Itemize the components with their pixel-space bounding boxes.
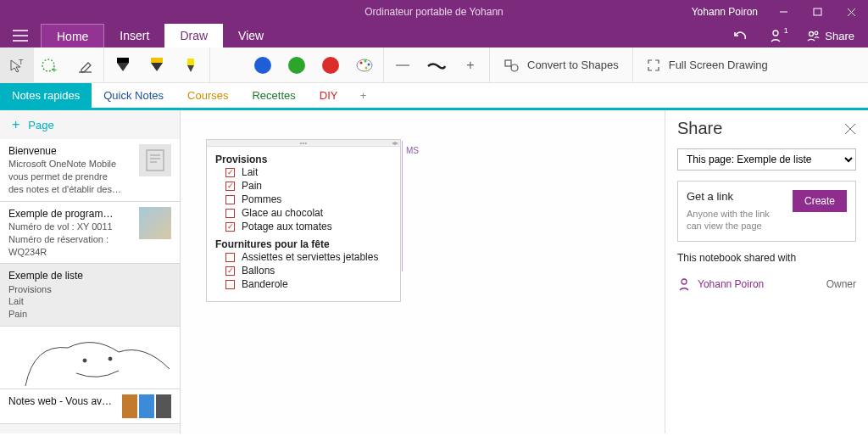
add-stroke[interactable]: + bbox=[453, 48, 487, 83]
section-recettes[interactable]: Recettes bbox=[240, 83, 307, 108]
checklist-item[interactable]: ✓Pain bbox=[215, 179, 392, 193]
create-link-button[interactable]: Create bbox=[793, 190, 847, 212]
checklist-label: Pain bbox=[242, 180, 262, 192]
share-scope-select[interactable]: This page: Exemple de liste bbox=[677, 148, 856, 170]
close-share-icon[interactable] bbox=[844, 123, 856, 135]
section-notes-rapides[interactable]: Notes rapides bbox=[0, 83, 92, 108]
close-button[interactable] bbox=[834, 0, 868, 24]
text-cursor-tool[interactable]: T bbox=[0, 48, 34, 83]
svg-point-20 bbox=[511, 64, 518, 71]
checklist-item[interactable]: ✓Ballons bbox=[215, 264, 392, 277]
checkbox-icon[interactable] bbox=[225, 209, 235, 218]
tab-draw[interactable]: Draw bbox=[164, 24, 223, 48]
color-blue[interactable] bbox=[246, 48, 280, 83]
shared-with-label: This notebook shared with bbox=[677, 252, 856, 264]
add-section-button[interactable]: + bbox=[349, 83, 376, 108]
pen-black[interactable] bbox=[106, 48, 140, 83]
note-drag-handle[interactable]: ••• bbox=[207, 140, 400, 147]
page-item-bienvenue[interactable]: Bienvenue Microsoft OneNote Mobile vous … bbox=[0, 139, 180, 202]
color-picker[interactable] bbox=[348, 48, 381, 83]
svg-point-15 bbox=[364, 59, 367, 62]
tab-home[interactable]: Home bbox=[41, 24, 104, 48]
checklist-item[interactable]: ✓Lait bbox=[215, 165, 392, 179]
note-container[interactable]: ••• Provisions✓Lait✓PainPommesGlace au c… bbox=[206, 139, 401, 302]
svg-point-16 bbox=[368, 63, 370, 65]
account-icon[interactable]: 1 bbox=[762, 24, 794, 48]
checkbox-icon[interactable] bbox=[225, 253, 235, 262]
share-panel: Share This page: Exemple de liste Get a … bbox=[665, 110, 868, 433]
section-courses[interactable]: Courses bbox=[175, 83, 240, 108]
checklist-item[interactable]: Pommes bbox=[215, 193, 392, 206]
page-item-sketch[interactable] bbox=[0, 327, 180, 389]
share-button[interactable]: Share bbox=[799, 29, 861, 42]
section-quick-notes[interactable]: Quick Notes bbox=[92, 83, 175, 108]
color-black[interactable] bbox=[212, 48, 246, 83]
svg-text:T: T bbox=[19, 58, 24, 66]
checkbox-icon[interactable] bbox=[225, 280, 235, 289]
checklist-item[interactable]: ✓Potage aux tomates bbox=[215, 220, 392, 233]
doc-icon bbox=[139, 144, 171, 176]
thick-stroke[interactable] bbox=[420, 48, 453, 83]
page-item-liste[interactable]: Exemple de liste Provisions Lait Pain bbox=[0, 264, 180, 327]
author-tag: MS bbox=[406, 146, 419, 155]
checkbox-icon[interactable]: ✓ bbox=[225, 222, 235, 232]
add-page-button[interactable]: +Page bbox=[0, 110, 180, 139]
svg-point-9 bbox=[815, 31, 818, 35]
person-icon bbox=[677, 277, 691, 291]
canvas[interactable]: ••• Provisions✓Lait✓PainPommesGlace au c… bbox=[181, 110, 665, 433]
hamburger-icon[interactable] bbox=[0, 24, 41, 48]
web-thumb bbox=[122, 394, 171, 418]
checklist-item[interactable]: Glace au chocolat bbox=[215, 206, 392, 220]
title-bar: Ordinateur portable de Yohann Yohann Poi… bbox=[0, 0, 868, 24]
checklist-item[interactable]: Banderole bbox=[215, 277, 392, 291]
full-screen-drawing[interactable]: Full Screen Drawing bbox=[635, 48, 780, 82]
window-title: Ordinateur portable de Yohann bbox=[364, 6, 503, 18]
checklist-label: Assiettes et serviettes jetables bbox=[242, 251, 378, 263]
svg-point-26 bbox=[108, 357, 112, 361]
section-diy[interactable]: DIY bbox=[308, 83, 350, 108]
map-thumb bbox=[139, 207, 171, 239]
svg-rect-1 bbox=[814, 8, 821, 15]
checklist-label: Glace au chocolat bbox=[242, 207, 323, 219]
svg-rect-12 bbox=[187, 59, 194, 65]
get-link-desc: Anyone with the link can view the page bbox=[687, 208, 784, 232]
pen-yellow[interactable] bbox=[140, 48, 174, 83]
note-heading[interactable]: Provisions bbox=[215, 154, 392, 165]
minimize-button[interactable] bbox=[766, 0, 800, 24]
page-item-programme[interactable]: Exemple de program… Numéro de vol : XY 0… bbox=[0, 202, 180, 265]
checklist-label: Ballons bbox=[242, 265, 275, 277]
checkbox-icon[interactable] bbox=[225, 195, 235, 204]
svg-point-25 bbox=[83, 359, 86, 362]
eraser-tool[interactable] bbox=[68, 48, 102, 83]
undo-button[interactable] bbox=[725, 24, 757, 48]
tab-insert[interactable]: Insert bbox=[104, 24, 164, 48]
checkbox-icon[interactable]: ✓ bbox=[225, 266, 235, 276]
page-item-notes-web[interactable]: Notes web - Vous av… bbox=[0, 389, 180, 424]
checklist-label: Lait bbox=[242, 166, 258, 178]
svg-point-17 bbox=[365, 66, 368, 69]
checklist-label: Potage aux tomates bbox=[242, 221, 332, 232]
checklist-label: Banderole bbox=[242, 278, 288, 290]
lasso-tool[interactable]: + bbox=[34, 48, 68, 83]
shared-person[interactable]: Yohann Poiron Owner bbox=[677, 274, 856, 294]
note-heading[interactable]: Fournitures pour la fête bbox=[215, 238, 392, 250]
convert-to-shapes[interactable]: Convert to Shapes bbox=[492, 48, 631, 82]
draw-ribbon: T + + Convert to Shapes Full Screen Draw… bbox=[0, 48, 868, 83]
svg-point-14 bbox=[360, 61, 363, 64]
tab-view[interactable]: View bbox=[223, 24, 279, 48]
svg-point-8 bbox=[810, 32, 814, 36]
svg-rect-21 bbox=[147, 150, 164, 170]
section-bar: Notes rapides Quick Notes Courses Recett… bbox=[0, 83, 868, 110]
user-name[interactable]: Yohann Poiron bbox=[683, 6, 766, 18]
tab-bar: Home Insert Draw View 1 Share bbox=[0, 24, 868, 48]
color-red[interactable] bbox=[314, 48, 348, 83]
get-link-heading: Get a link bbox=[687, 190, 784, 203]
highlighter-tool[interactable] bbox=[174, 48, 208, 83]
checkbox-icon[interactable]: ✓ bbox=[225, 168, 235, 177]
maximize-button[interactable] bbox=[800, 0, 834, 24]
thin-stroke[interactable] bbox=[386, 48, 420, 83]
page-list: +Page Bienvenue Microsoft OneNote Mobile… bbox=[0, 110, 181, 433]
checklist-item[interactable]: Assiettes et serviettes jetables bbox=[215, 250, 392, 264]
color-green[interactable] bbox=[280, 48, 314, 83]
checkbox-icon[interactable]: ✓ bbox=[225, 182, 235, 191]
